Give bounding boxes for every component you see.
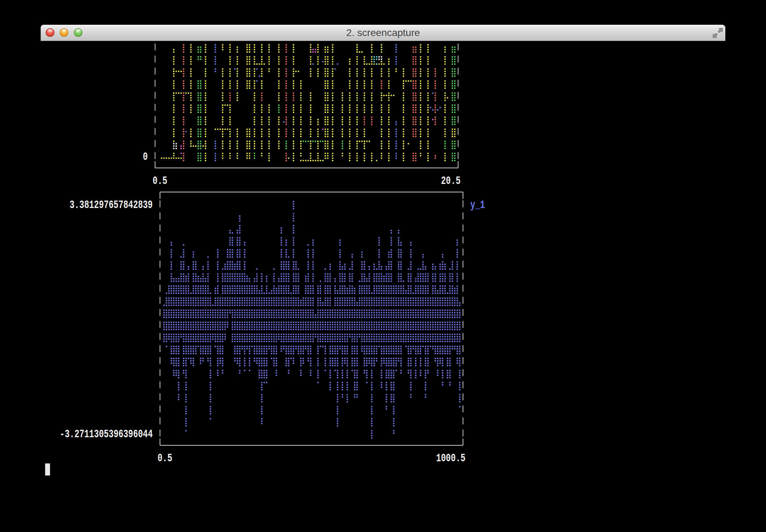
svg-text:0.5: 0.5 xyxy=(153,174,167,187)
svg-text:y_1: y_1 xyxy=(470,199,485,212)
svg-text:0: 0 xyxy=(143,150,148,163)
svg-text:20.5: 20.5 xyxy=(441,174,460,187)
svg-text:1000.5: 1000.5 xyxy=(436,452,465,465)
svg-text:0.5: 0.5 xyxy=(158,452,172,465)
svg-text:-3.2711305396396044: -3.2711305396396044 xyxy=(60,428,153,441)
svg-text:3.381297657842839: 3.381297657842839 xyxy=(70,199,153,212)
